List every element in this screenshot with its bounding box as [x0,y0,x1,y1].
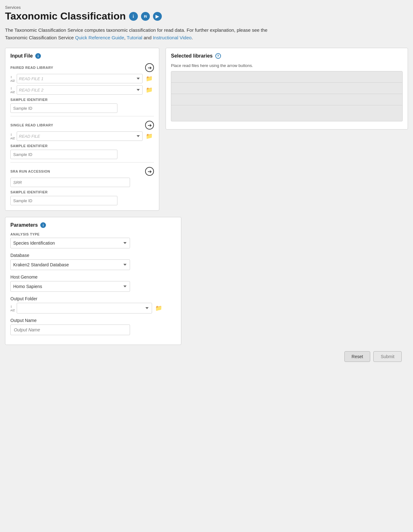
paired-read-arrow-btn[interactable]: ➔ [145,63,154,72]
breadcrumb: Services [5,5,408,10]
tutorial-link[interactable]: Tutorial [127,35,142,40]
read-file-1-folder-btn[interactable]: 📁 [144,75,154,83]
output-folder-row: Output Folder ↕A/Z 📁 [10,296,176,313]
output-folder-sort-icon: ↕A/Z [10,304,15,312]
sort-icon-1: ↕A/Z [10,75,15,82]
parameters-title: Parameters [10,222,38,228]
quick-reference-link[interactable]: Quick Reference Guide [75,35,124,40]
selected-libraries-title: Selected libraries [171,53,213,59]
read-file-single-row: ↕A/Z READ FILE 📁 [10,131,154,141]
sort-icon-3: ↕A/Z [10,132,15,140]
read-file-1-row: ↕A/Z READ FILE 1 📁 [10,74,154,83]
output-name-label: Output Name [10,318,176,323]
sra-arrow-btn[interactable]: ➔ [145,167,154,176]
database-select[interactable]: Kraken2 Standard Database Kraken2 16S Da… [10,259,130,270]
host-genome-label: Host Genome [10,274,176,280]
parameters-panel: Parameters i ANALYSIS TYPE Species Ident… [5,217,181,345]
read-file-single-select[interactable]: READ FILE [17,131,143,141]
library-row [171,71,402,83]
output-name-row: Output Name [10,318,176,335]
action-buttons: Reset Submit [5,351,408,362]
info-icon[interactable]: i [129,12,138,21]
output-folder-label: Output Folder [10,296,176,301]
sample-id-input-1[interactable] [10,103,117,113]
input-file-title: Input File [10,53,33,59]
single-read-arrow-btn[interactable]: ➔ [145,121,154,130]
workflow-icon[interactable]: iN [141,12,150,21]
parameters-info-icon[interactable]: i [40,222,46,228]
output-folder-select[interactable] [17,303,152,313]
submit-button[interactable]: Submit [373,351,402,362]
reset-button[interactable]: Reset [344,351,371,362]
read-file-2-folder-btn[interactable]: 📁 [144,86,154,94]
play-icon[interactable]: ▶ [153,12,162,21]
libraries-placeholder [171,71,403,121]
instructional-video-link[interactable]: Instructional Video [153,35,191,40]
srr-input[interactable] [10,178,130,187]
library-row [171,83,402,94]
single-read-library-label: SINGLE READ LIBRARY ➔ [10,121,154,130]
analysis-type-label: ANALYSIS TYPE [10,232,176,236]
analysis-type-row: ANALYSIS TYPE Species Identification Tax… [10,232,176,248]
host-genome-select[interactable]: Homo Sapiens Mus musculus None [10,281,130,292]
sample-id-input-2[interactable] [10,150,117,159]
sra-run-accession-label: SRA RUN ACCESSION ➔ [10,167,154,176]
read-file-2-select[interactable]: READ FILE 2 [17,85,143,95]
sample-identifier-label-3: SAMPLE IDENTIFIER [10,190,154,194]
input-file-info-icon[interactable]: i [35,53,41,59]
read-file-single-folder-btn[interactable]: 📁 [144,132,154,140]
library-row [171,94,402,105]
description-text: The Taxonomic Classification Service com… [5,26,288,42]
selected-libraries-panel: Selected libraries ? Place read files he… [166,48,408,130]
output-name-input[interactable] [10,324,130,335]
read-file-2-row: ↕A/Z READ FILE 2 📁 [10,85,154,95]
analysis-type-select[interactable]: Species Identification Taxonomic Classif… [10,238,130,248]
sample-identifier-label-2: SAMPLE IDENTIFIER [10,144,154,148]
host-genome-row: Host Genome Homo Sapiens Mus musculus No… [10,274,176,292]
sample-identifier-label-1: SAMPLE IDENTIFIER [10,98,154,102]
selected-libraries-description: Place read files here using the arrow bu… [171,63,403,68]
database-label: Database [10,253,176,258]
read-file-1-select[interactable]: READ FILE 1 [17,74,143,83]
output-folder-btn[interactable]: 📁 [154,304,163,312]
parameters-section: Parameters i ANALYSIS TYPE Species Ident… [5,217,408,345]
sort-icon-2: ↕A/Z [10,86,15,94]
input-file-panel: Input File i PAIRED READ LIBRARY ➔ ↕A/Z … [5,48,159,211]
database-row: Database Kraken2 Standard Database Krake… [10,253,176,270]
page-title: Taxonomic Classification [5,10,126,22]
sample-id-input-3[interactable] [10,196,117,205]
paired-read-library-label: PAIRED READ LIBRARY ➔ [10,63,154,72]
library-row [171,105,402,117]
selected-libraries-question-icon[interactable]: ? [215,53,221,59]
